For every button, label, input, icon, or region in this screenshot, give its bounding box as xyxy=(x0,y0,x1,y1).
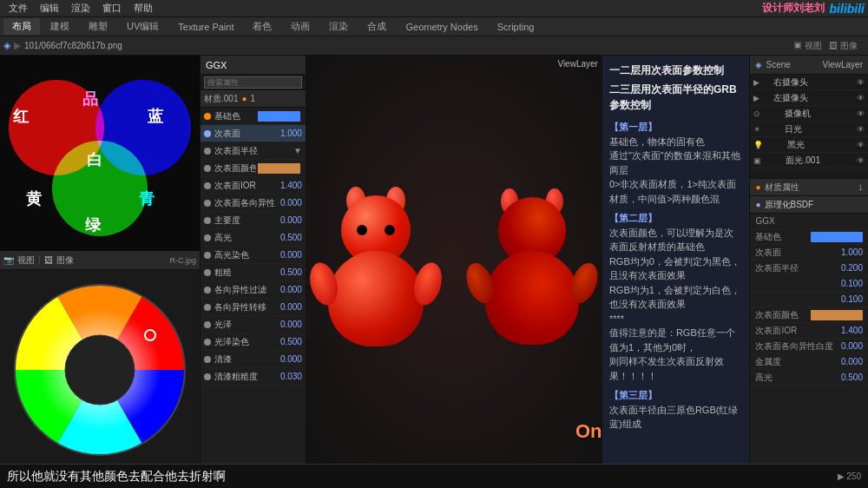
tab-uv[interactable]: UV编辑 xyxy=(118,18,168,35)
prop-swatch-0[interactable] xyxy=(258,111,299,122)
prop-swatch-3[interactable] xyxy=(258,163,299,174)
prop-value-6[interactable]: 0.000 xyxy=(280,215,302,225)
prop-row-clearcoat-rough[interactable]: 清漆粗糙度 0.030 xyxy=(201,368,306,386)
tab-scripting[interactable]: Scripting xyxy=(489,20,543,34)
scene-header: ◈ Scene ViewLayer xyxy=(750,56,868,75)
scene-row-5[interactable]: ▣ 面光.001 👁 xyxy=(750,153,868,168)
color-wheel-area[interactable] xyxy=(0,270,200,469)
menu-item-window[interactable]: 窗口 xyxy=(97,2,127,15)
prop-row-cibiaomian[interactable]: 次表面 1.000 xyxy=(201,125,306,142)
prop-row-jichu[interactable]: 基础色 xyxy=(201,108,306,125)
prop-label-5: 次表面各向异性 xyxy=(214,197,277,209)
prop-value-4[interactable]: 1.400 xyxy=(280,181,302,190)
prop-row-specular[interactable]: 高光 0.500 xyxy=(201,229,306,247)
search-input[interactable] xyxy=(204,76,302,89)
rp-row-8[interactable]: 金属度 0.000 xyxy=(750,354,868,370)
scene-row-1[interactable]: ▶ 左摄像头 👁 xyxy=(750,90,868,106)
prop-label-1: 次表面 xyxy=(214,128,277,140)
scene-row-4[interactable]: 💡 黑光 👁 xyxy=(750,137,868,153)
prop-value-13[interactable]: 0.500 xyxy=(280,337,302,346)
prop-row-aniso3[interactable]: 各向异性转移 0.000 xyxy=(201,299,306,316)
prop-row-aniso2[interactable]: 各向异性过滤 0.000 xyxy=(201,281,306,299)
rp-value-8[interactable]: 0.000 xyxy=(841,357,863,366)
prop-value-9[interactable]: 0.500 xyxy=(280,267,302,277)
viewport-3d[interactable]: ViewLayer Ono xyxy=(306,56,602,469)
tab-geonodes[interactable]: Geometry Nodes xyxy=(397,20,486,34)
rp-swatch-5[interactable] xyxy=(811,310,863,320)
rp-row-6[interactable]: 次表面IOR 1.400 xyxy=(750,323,868,339)
prop-row-clearcoat[interactable]: 清漆 0.000 xyxy=(201,351,306,368)
rp-label-8: 金属度 xyxy=(755,356,840,368)
tab-modeling[interactable]: 建模 xyxy=(42,18,78,35)
material-props-header[interactable]: ● 材质属性 1 xyxy=(750,179,868,196)
rp-value-3[interactable]: 0.100 xyxy=(841,279,863,288)
prop-value-10[interactable]: 0.000 xyxy=(280,285,302,294)
prop-row-rough[interactable]: 粗糙 0.500 xyxy=(201,264,306,281)
rp-row-2[interactable]: 次表面半径 0.200 xyxy=(750,260,868,276)
rp-value-6[interactable]: 1.400 xyxy=(841,326,863,335)
eye-icon-5[interactable]: 👁 xyxy=(857,156,865,165)
prop-value-11[interactable]: 0.000 xyxy=(280,302,302,312)
rp-value-7[interactable]: 0.000 xyxy=(841,341,863,351)
eye-icon-0[interactable]: 👁 xyxy=(857,78,865,87)
bsdf-header[interactable]: ● 原理化BSDF xyxy=(750,196,868,214)
props-title: GGX xyxy=(206,60,227,70)
eye-icon-3[interactable]: 👁 xyxy=(857,125,865,134)
label-qing: 青 xyxy=(139,188,155,209)
prop-value-8[interactable]: 0.000 xyxy=(280,250,302,260)
menu-item-help[interactable]: 帮助 xyxy=(128,2,158,15)
prop-row-aniso[interactable]: 次表面各向异性 0.000 xyxy=(201,195,306,212)
prop-row-main[interactable]: 主要度 0.000 xyxy=(201,212,306,229)
rp-value-1[interactable]: 1.000 xyxy=(841,247,863,257)
rp-row-3[interactable]: 0.100 xyxy=(750,276,868,292)
menu-item-file[interactable]: 文件 xyxy=(3,2,33,15)
prop-value-1[interactable]: 1.000 xyxy=(280,129,302,138)
color-diagram: 红 品 蓝 白 黄 青 绿 xyxy=(0,56,200,251)
tab-compositing[interactable]: 合成 xyxy=(358,18,395,35)
rp-row-7[interactable]: 次表面各向异性白度 0.000 xyxy=(750,339,868,354)
prop-row-cibanjin[interactable]: 次表面半径 ▼ xyxy=(201,142,306,160)
eye-icon-4[interactable]: 👁 xyxy=(857,141,865,149)
tab-texture[interactable]: Texture Paint xyxy=(169,20,242,34)
rp-value-2[interactable]: 0.200 xyxy=(841,263,863,273)
rp-shader-row[interactable]: GGX xyxy=(750,214,868,229)
rp-row-0[interactable]: 基础色 xyxy=(750,229,868,245)
eye-icon-2[interactable]: 👁 xyxy=(857,109,865,118)
rp-value-4[interactable]: 0.100 xyxy=(841,294,863,304)
props-search[interactable] xyxy=(201,75,306,90)
scene-row-3[interactable]: ☀ 日光 👁 xyxy=(750,122,868,137)
venn-container: 红 品 蓝 白 黄 青 绿 xyxy=(0,63,200,245)
rp-swatch-0[interactable] xyxy=(811,232,863,242)
scene-row-0[interactable]: ▶ 右摄像头 👁 xyxy=(750,75,868,90)
prop-row-ior[interactable]: 次表面IOR 1.400 xyxy=(201,177,306,195)
rp-label-0: 基础色 xyxy=(755,231,811,243)
prop-value-5[interactable]: 0.000 xyxy=(280,198,302,208)
prop-dot-3 xyxy=(204,165,211,172)
prop-row-sheen[interactable]: 光泽 0.000 xyxy=(201,316,306,333)
eye-icon-1[interactable]: 👁 xyxy=(857,94,865,102)
prop-row-specular-tint[interactable]: 高光染色 0.000 xyxy=(201,247,306,264)
rp-row-1[interactable]: 次表面 1.000 xyxy=(750,245,868,260)
prop-value-12[interactable]: 0.000 xyxy=(280,320,302,329)
tab-animation[interactable]: 动画 xyxy=(282,18,319,35)
menu-item-render[interactable]: 渲染 xyxy=(66,2,95,15)
tab-render[interactable]: 渲染 xyxy=(320,18,357,35)
tab-shading[interactable]: 着色 xyxy=(244,18,280,35)
rp-label-2: 次表面半径 xyxy=(755,262,840,274)
prop-value-15[interactable]: 0.030 xyxy=(280,372,302,381)
tab-layout[interactable]: 布局 xyxy=(3,18,40,35)
rp-row-4[interactable]: 0.100 xyxy=(750,292,868,307)
filename-label: R-C.jpg xyxy=(169,256,196,265)
rp-row-5[interactable]: 次表面颜色 xyxy=(750,307,868,323)
scene-row-2[interactable]: ⊙ 摄像机 👁 xyxy=(750,106,868,122)
prop-row-sheen-tint[interactable]: 光泽染色 0.500 xyxy=(201,333,306,351)
prop-row-ciyanse[interactable]: 次表面颜色 xyxy=(201,160,306,177)
prop-value-14[interactable]: 0.000 xyxy=(280,354,302,364)
tab-sculpt[interactable]: 雕塑 xyxy=(80,18,116,35)
rp-value-9[interactable]: 0.500 xyxy=(841,373,863,382)
rp-row-9[interactable]: 高光 0.500 xyxy=(750,370,868,386)
prop-value-7[interactable]: 0.500 xyxy=(280,233,302,242)
scene-label-2: 摄像机 xyxy=(785,108,811,120)
menu-item-edit[interactable]: 编辑 xyxy=(35,2,64,15)
scene-label-3: 日光 xyxy=(785,123,802,135)
